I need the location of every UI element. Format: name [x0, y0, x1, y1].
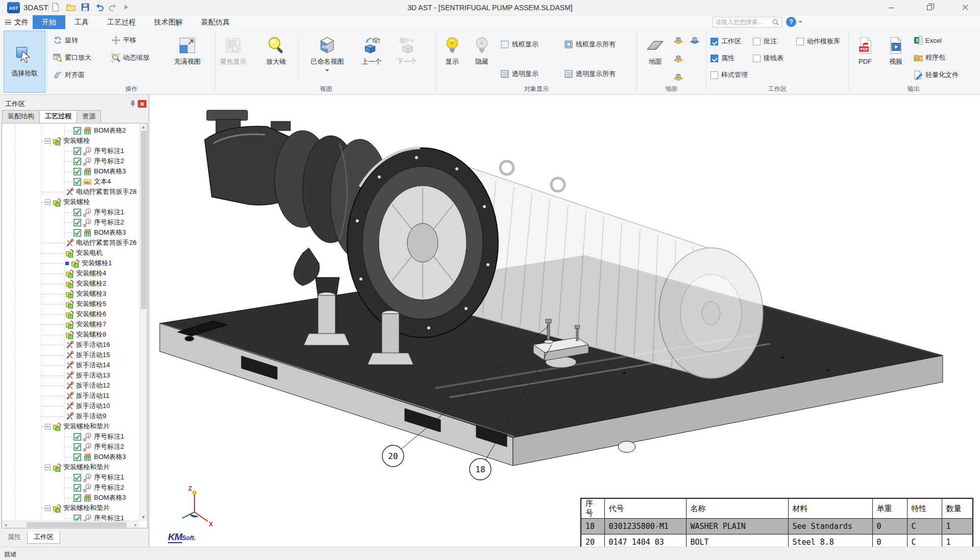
fit-view-button[interactable]: 充满视图 [168, 32, 206, 84]
tree-item[interactable]: 安装螺栓和垫片 [2, 503, 139, 513]
panel-tab-资源[interactable]: 资源 [77, 110, 101, 122]
panel-tab-工艺过程[interactable]: 工艺过程 [39, 110, 77, 123]
checkbox-icon[interactable] [74, 433, 81, 441]
menu-tab-技术图解[interactable]: 技术图解 [145, 15, 192, 29]
tree-item[interactable]: 安装螺栓2 [2, 278, 139, 289]
tree-horizontal-scrollbar[interactable]: ◂ ▸ [2, 521, 139, 528]
checkbox-接线表[interactable]: 接线表 [753, 53, 783, 63]
checkbox-icon[interactable] [74, 443, 81, 451]
tree-item[interactable]: 电动拧紧套筒扳手26 [2, 238, 139, 248]
panel-close-button[interactable] [138, 100, 146, 108]
tree-item[interactable]: 安装螺栓 [2, 197, 139, 207]
ground-style-3-button[interactable] [672, 52, 685, 65]
rotate-button[interactable]: 旋转 [53, 33, 78, 47]
tree-item[interactable]: 序号标注2 [2, 442, 139, 452]
viewport-3d[interactable]: 2018 Z X [150, 95, 980, 547]
tree-item[interactable]: 序号标注1 [2, 146, 139, 156]
export-pdf-button[interactable]: PDF [851, 32, 879, 84]
bom-row[interactable]: 180301235800-M1WASHER PLAINSee Standards… [581, 519, 973, 534]
tree-item[interactable]: 序号标注2 [2, 482, 139, 493]
tree-item[interactable]: 扳手活动10 [2, 401, 139, 411]
ground-style-1-button[interactable] [672, 33, 685, 46]
menu-tab-工艺过程[interactable]: 工艺过程 [98, 15, 145, 29]
tree-item[interactable]: BOM表格3 [2, 452, 139, 462]
checkbox-icon[interactable] [74, 178, 81, 186]
tree-item[interactable]: 扳手活动11 [2, 391, 139, 401]
ground-style-4-button[interactable] [672, 70, 685, 83]
scrollbar-thumb[interactable] [141, 131, 146, 309]
tree-item[interactable]: 扳手活动15 [2, 350, 139, 360]
previous-view-button[interactable]: 上一个 [355, 32, 388, 84]
expand-toggle-icon[interactable] [45, 138, 51, 144]
tree-item[interactable]: 安装螺栓和垫片 [2, 421, 139, 431]
checkbox-批注[interactable]: 批注 [753, 36, 777, 46]
tree-item[interactable]: 安装螺栓5 [2, 299, 139, 309]
bottom-tab-属性[interactable]: 属性 [2, 531, 27, 544]
expand-toggle-icon[interactable] [45, 199, 51, 205]
checkbox-icon[interactable] [74, 158, 81, 165]
tree-item[interactable]: 序号标注1 [2, 472, 139, 482]
checkbox-icon[interactable] [753, 55, 761, 62]
checkbox-icon[interactable] [74, 229, 81, 237]
bottom-tab-工作区[interactable]: 工作区 [27, 531, 60, 544]
show-button[interactable]: 显示 [439, 32, 465, 84]
tree-item[interactable]: 序号标注1 [2, 431, 139, 442]
next-view-button[interactable]: 下一个 [391, 32, 423, 84]
window-zoom-button[interactable]: 窗口放大 [53, 50, 91, 65]
tree-item[interactable]: 安装电机 [2, 248, 139, 258]
transparent-display-button[interactable]: 透明显示 [500, 67, 538, 81]
expand-toggle-icon[interactable] [45, 424, 51, 429]
tree-item[interactable]: 安装螺栓6 [2, 309, 139, 319]
checkbox-样式管理[interactable]: 样式管理 [710, 70, 748, 80]
ground-button[interactable]: 地面 [640, 32, 671, 84]
tree-item[interactable]: 序号标注1 [2, 207, 139, 217]
tree-item[interactable]: 安装螺栓 [2, 136, 139, 146]
checkbox-icon[interactable] [74, 147, 81, 155]
wireframe-display-button[interactable]: 线框显示 [500, 37, 538, 52]
help-dropdown-icon[interactable] [798, 21, 802, 25]
scrollbar-thumb[interactable] [27, 522, 127, 527]
checkbox-icon[interactable] [74, 484, 81, 492]
hide-button[interactable]: 隐藏 [469, 32, 495, 84]
tree-item[interactable]: 扳手活动13 [2, 370, 139, 380]
help-button[interactable]: ? [786, 17, 796, 27]
search-input[interactable]: 请输入您想搜索… [713, 17, 782, 28]
menu-tab-开始[interactable]: 开始 [33, 15, 65, 29]
tree-item[interactable]: BOM表格3 [2, 227, 139, 238]
tree-item[interactable]: 扳手活动12 [2, 380, 139, 391]
tree-item[interactable]: BOM表格3 [2, 166, 139, 176]
tree-item[interactable]: 安装螺栓7 [2, 319, 139, 329]
export-excel-button[interactable]: Excel [914, 33, 942, 47]
tree-item[interactable]: 电动拧紧套筒扳手28 [2, 187, 139, 197]
tree-item[interactable]: 安装螺栓和垫片 [2, 462, 139, 472]
export-lightweight-button[interactable]: 轻量化文件 [914, 68, 959, 82]
tree-item[interactable]: 扳手活动9 [2, 411, 139, 421]
focus-display-button[interactable]: 聚焦显示 [212, 32, 254, 84]
checkbox-icon[interactable] [74, 219, 81, 226]
named-view-button[interactable]: 已命名视图 [303, 32, 351, 84]
export-package-button[interactable]: 程序包 [914, 50, 945, 65]
menu-tab-装配仿真[interactable]: 装配仿真 [192, 15, 239, 29]
tree-item[interactable]: 安装螺栓1 [2, 258, 139, 268]
wireframe-all-button[interactable]: 线框显示所有 [564, 37, 616, 52]
checkbox-icon[interactable] [74, 494, 81, 502]
tree-vertical-scrollbar[interactable]: ▲ ▼ [139, 123, 147, 521]
tree-item[interactable]: 安装螺栓3 [2, 289, 139, 299]
checkbox-动作模板库[interactable]: 动作模板库 [796, 36, 840, 46]
tree-item[interactable]: 安装螺栓4 [2, 268, 139, 278]
pin-icon[interactable] [129, 100, 137, 108]
panel-tab-装配结构[interactable]: 装配结构 [2, 110, 40, 122]
transparent-all-button[interactable]: 透明显示所有 [564, 67, 616, 81]
menu-tab-工具[interactable]: 工具 [65, 15, 98, 29]
checkbox-icon[interactable] [753, 38, 761, 45]
bom-row[interactable]: 200147 1404 03BOLTSteel 8.80C1 [581, 534, 973, 547]
tree-item[interactable]: 安装螺栓8 [2, 329, 139, 340]
close-button[interactable] [953, 0, 977, 15]
restore-button[interactable] [918, 0, 941, 15]
tree-item[interactable]: 文本4 [2, 176, 139, 187]
select-pick-button[interactable]: 选择拾取 [4, 31, 45, 93]
checkbox-icon[interactable] [710, 71, 718, 79]
tree-item[interactable]: BOM表格3 [2, 493, 139, 503]
checkbox-icon[interactable] [796, 38, 804, 45]
tree-item[interactable]: 扳手活动14 [2, 360, 139, 370]
